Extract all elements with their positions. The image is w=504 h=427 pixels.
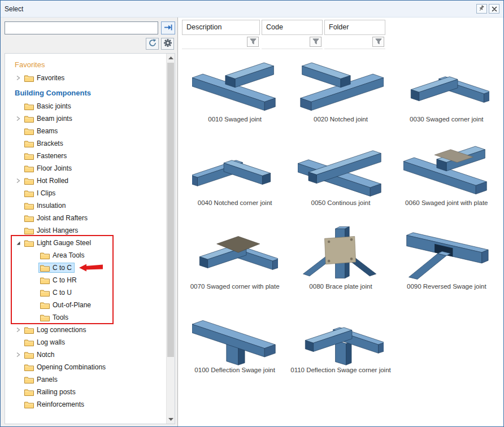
component-item-0030-swaged-corner-joint[interactable]: 0030 Swaged corner joint <box>403 55 489 123</box>
folder-icon <box>24 140 34 147</box>
component-grid: 0010 Swaged joint0020 Notched joint0030 … <box>182 55 499 373</box>
tree-item-label: Log connections <box>37 326 86 334</box>
filter-button-description[interactable] <box>247 37 259 47</box>
component-thumbnail-cornerM <box>192 138 278 198</box>
chevron-right-icon[interactable] <box>13 116 23 121</box>
tree-item-insulation[interactable]: Insulation <box>5 199 166 212</box>
tree-item-out-of-plane[interactable]: Out-of-Plane <box>5 299 166 311</box>
tree-item-label: C to C <box>53 264 72 272</box>
tree-item-c-to-hr[interactable]: C to HR <box>5 274 166 286</box>
tree-item-favorites[interactable]: Favorites <box>5 72 166 84</box>
component-label: 0020 Notched joint <box>314 116 368 123</box>
component-item-0100-deflection-swage-joint[interactable]: 0100 Deflection Swage joint <box>192 306 278 373</box>
component-item-0060-swaged-joint-with-plate[interactable]: 0060 Swaged joint with plate <box>403 138 489 206</box>
close-button[interactable] <box>489 4 499 14</box>
tree-scrollbar[interactable] <box>166 54 175 424</box>
tree-item-railing-posts[interactable]: Railing posts <box>5 386 166 398</box>
component-item-0070-swaged-corner-with-plate[interactable]: 0070 Swaged corner with plate <box>190 222 280 290</box>
component-label: 0040 Notched corner joint <box>198 199 272 206</box>
chevron-right-icon[interactable] <box>13 75 23 81</box>
tree-item-i-clips[interactable]: I Clips <box>5 187 166 199</box>
tree-item-content: Reinforcements <box>23 399 87 409</box>
funnel-icon <box>375 37 382 47</box>
tree-item-c-to-c[interactable]: C to C <box>5 262 166 274</box>
tree-item-fasteners[interactable]: Fasteners <box>5 150 166 162</box>
tree-item-panels[interactable]: Panels <box>5 373 166 386</box>
tree-item-log-walls[interactable]: Log walls <box>5 336 166 348</box>
chevron-right-icon[interactable] <box>13 327 23 333</box>
tree-item-reinforcements[interactable]: Reinforcements <box>5 398 166 411</box>
component-item-0050-continous-joint[interactable]: 0050 Continous joint <box>298 138 384 206</box>
folder-icon <box>24 339 34 346</box>
search-input[interactable] <box>5 21 158 34</box>
tree-item-tools[interactable]: Tools <box>5 311 166 324</box>
tree-item-brackets[interactable]: Brackets <box>5 137 166 150</box>
filter-button-code[interactable] <box>310 37 321 47</box>
scroll-down-button[interactable] <box>167 415 175 424</box>
component-item-0010-swaged-joint[interactable]: 0010 Swaged joint <box>192 55 278 123</box>
component-item-0020-notched-joint[interactable]: 0020 Notched joint <box>298 55 384 123</box>
search-go-button[interactable] <box>161 21 175 34</box>
tree-item-content: Floor Joints <box>23 163 75 173</box>
tree-item-area-tools[interactable]: Area Tools <box>5 249 166 262</box>
filter-button-folder[interactable] <box>372 37 384 47</box>
tree-item-beam-joints[interactable]: Beam joints <box>5 112 166 125</box>
tree-item-content: Tools <box>38 312 71 323</box>
component-label: 0050 Continous joint <box>311 199 371 206</box>
folder-icon <box>24 202 34 210</box>
settings-button[interactable] <box>161 38 174 50</box>
tree-item-opening-combinations[interactable]: Opening Combinations <box>5 361 166 373</box>
folder-icon <box>24 177 34 185</box>
chevron-right-icon[interactable] <box>13 352 23 358</box>
tree-item-content: Joist and Rafters <box>23 213 90 223</box>
window-title: Select <box>5 5 23 13</box>
component-label: 0070 Swaged corner with plate <box>190 283 280 290</box>
tree-item-label: Fasteners <box>37 152 67 160</box>
tree-item-content: Basic joints <box>23 101 74 111</box>
column-label: Code <box>262 20 323 35</box>
component-item-0080-brace-plate-joint[interactable]: 0080 Brace plate joint <box>298 222 384 290</box>
component-label: 0010 Swaged joint <box>208 116 262 123</box>
tree-item-notch[interactable]: Notch <box>5 348 166 361</box>
folder-icon <box>40 277 50 284</box>
tree-item-label: Favorites <box>37 74 64 82</box>
funnel-icon <box>250 37 257 47</box>
column-filter-row <box>182 35 260 49</box>
tree-item-c-to-u[interactable]: C to U <box>5 286 166 299</box>
tree-item-beams[interactable]: Beams <box>5 125 166 137</box>
tree-item-label: C to U <box>53 289 72 297</box>
refresh-button[interactable] <box>146 38 159 50</box>
tree-item-hot-rolled[interactable]: Hot Rolled <box>5 175 166 187</box>
component-thumbnail-postCorner <box>298 306 384 365</box>
column-filter-row <box>324 35 385 49</box>
component-label: 0030 Swaged corner joint <box>410 116 483 123</box>
tree-item-joist-and-rafters[interactable]: Joist and Rafters <box>5 212 166 224</box>
scroll-up-button[interactable] <box>167 54 175 62</box>
tree-toolbar <box>5 34 175 53</box>
tree-section-header-favorites: Favorites <box>5 56 166 72</box>
folder-icon <box>24 103 34 110</box>
tree-item-content: Railing posts <box>23 387 79 397</box>
chevron-down-icon[interactable] <box>13 240 23 246</box>
folder-icon <box>24 190 34 197</box>
tree-item-log-connections[interactable]: Log connections <box>5 324 166 336</box>
folder-icon <box>24 239 34 247</box>
scroll-thumb[interactable] <box>167 63 174 357</box>
component-item-0110-deflection-swage-corner-joint[interactable]: 0110 Deflection Swage corner joint <box>290 306 391 373</box>
pin-button[interactable] <box>476 4 487 14</box>
refresh-icon <box>149 39 157 49</box>
component-thumbnail-plateTee <box>403 138 489 198</box>
select-window: Select FavoritesFavoritesBuilding Compon… <box>0 0 504 427</box>
tree-item-label: Hot Rolled <box>37 177 68 185</box>
folder-icon <box>24 389 34 396</box>
tree-item-light-gauge-steel[interactable]: Light Gauge Steel <box>5 237 166 249</box>
component-item-0040-notched-corner-joint[interactable]: 0040 Notched corner joint <box>192 138 278 206</box>
tree-item-label: Notch <box>37 351 54 359</box>
tree-item-joist-hangers[interactable]: Joist Hangers <box>5 224 166 237</box>
tree-item-floor-joints[interactable]: Floor Joints <box>5 162 166 175</box>
component-thumbnail-corner <box>403 55 489 115</box>
folder-icon <box>24 215 34 222</box>
tree-item-basic-joints[interactable]: Basic joints <box>5 100 166 112</box>
chevron-right-icon[interactable] <box>13 178 23 184</box>
component-item-0090-reversed-swage-joint[interactable]: 0090 Reversed Swage joint <box>403 222 489 290</box>
